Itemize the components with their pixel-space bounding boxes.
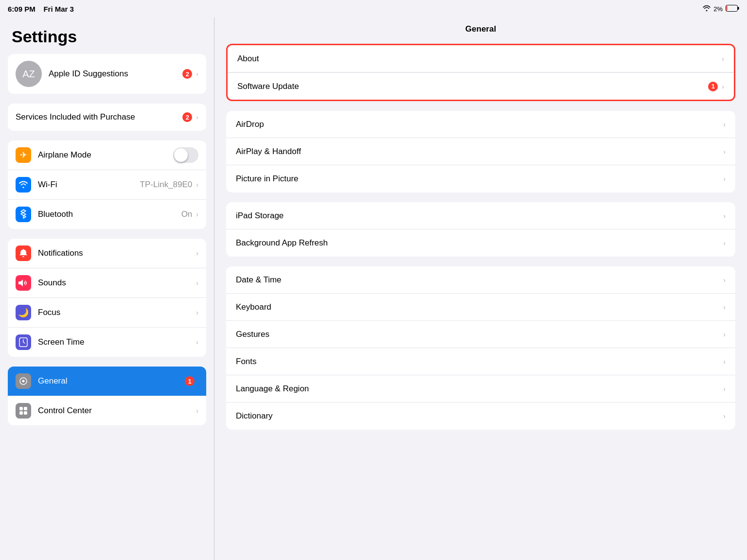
- content-row-keyboard[interactable]: Keyboard ›: [226, 294, 735, 321]
- software-update-chevron-icon: ›: [722, 83, 724, 90]
- sounds-chevron-icon: ›: [196, 279, 198, 287]
- sidebar-item-focus[interactable]: 🌙 Focus ›: [8, 298, 206, 328]
- airplay-handoff-label: AirPlay & Handoff: [236, 147, 723, 157]
- svg-rect-7: [24, 407, 27, 410]
- avatar: AZ: [16, 61, 42, 87]
- apple-id-chevron-icon: ›: [196, 70, 198, 78]
- status-bar-time-date: 6:09 PM Fri Mar 3: [8, 5, 74, 13]
- sounds-icon: [16, 275, 31, 291]
- bluetooth-label: Bluetooth: [38, 210, 181, 219]
- status-time: 6:09 PM: [8, 5, 36, 13]
- content-row-picture-in-picture[interactable]: Picture in Picture ›: [226, 165, 735, 192]
- control-center-label: Control Center: [38, 406, 196, 416]
- battery-percentage: 2%: [713, 5, 723, 13]
- notifications-chevron-icon: ›: [196, 249, 198, 257]
- language-region-label: Language & Region: [236, 384, 723, 394]
- sidebar-section-services: Services Included with Purchase 2 ›: [8, 104, 206, 131]
- content-row-dictionary[interactable]: Dictionary ›: [226, 402, 735, 430]
- main-layout: Settings AZ Apple ID Suggestions 2 › Ser…: [0, 18, 747, 560]
- content-section-about: About › Software Update 1 ›: [226, 44, 735, 101]
- battery-icon: [726, 5, 739, 13]
- wifi-value: TP-Link_89E0: [140, 180, 193, 190]
- svg-rect-2: [738, 7, 739, 10]
- services-label: Services Included with Purchase: [16, 112, 182, 122]
- picture-in-picture-label: Picture in Picture: [236, 174, 723, 184]
- sidebar-item-apple-id-suggestions[interactable]: AZ Apple ID Suggestions 2 ›: [8, 54, 206, 94]
- sidebar-section-connectivity: ✈ Airplane Mode Wi-Fi TP-Link_89E0 ›: [8, 140, 206, 229]
- status-date: Fri Mar 3: [43, 5, 74, 13]
- wifi-status-icon: [703, 5, 711, 13]
- airdrop-chevron-icon: ›: [723, 121, 726, 128]
- screen-time-chevron-icon: ›: [196, 338, 198, 346]
- software-update-badge: 1: [708, 82, 718, 91]
- background-app-refresh-label: Background App Refresh: [236, 238, 723, 248]
- content-header: General: [226, 18, 735, 44]
- content-row-language-region[interactable]: Language & Region ›: [226, 375, 735, 402]
- sidebar-item-wifi[interactable]: Wi-Fi TP-Link_89E0 ›: [8, 170, 206, 200]
- content-section-datetime: Date & Time › Keyboard › Gestures › Font…: [226, 266, 735, 430]
- ipad-storage-label: iPad Storage: [236, 211, 723, 221]
- screen-time-icon: [16, 334, 31, 350]
- sidebar-section-system: Notifications › Sounds › 🌙 Focus ›: [8, 239, 206, 357]
- sidebar-section-apple-id: AZ Apple ID Suggestions 2 ›: [8, 54, 206, 94]
- sounds-label: Sounds: [38, 278, 196, 288]
- keyboard-chevron-icon: ›: [723, 303, 726, 311]
- general-icon: [16, 373, 31, 389]
- content-row-software-update[interactable]: Software Update 1 ›: [228, 72, 734, 100]
- focus-label: Focus: [38, 308, 196, 317]
- wifi-icon: [16, 177, 31, 192]
- content-row-airdrop[interactable]: AirDrop ›: [226, 111, 735, 138]
- wifi-label: Wi-Fi: [38, 180, 140, 190]
- bluetooth-value: On: [181, 210, 193, 219]
- sidebar-item-screen-time[interactable]: Screen Time ›: [8, 328, 206, 357]
- focus-icon: 🌙: [16, 305, 31, 320]
- airplane-mode-toggle[interactable]: [173, 147, 198, 163]
- content-row-date-time[interactable]: Date & Time ›: [226, 266, 735, 294]
- services-badge: 2: [182, 112, 192, 122]
- fonts-chevron-icon: ›: [723, 358, 726, 366]
- gestures-label: Gestures: [236, 330, 723, 339]
- apple-id-badge: 2: [182, 69, 192, 79]
- wifi-chevron-icon: ›: [196, 181, 198, 189]
- airplay-chevron-icon: ›: [723, 148, 726, 156]
- sidebar-title: Settings: [8, 18, 206, 54]
- sidebar: Settings AZ Apple ID Suggestions 2 › Ser…: [0, 18, 214, 560]
- focus-chevron-icon: ›: [196, 309, 198, 316]
- general-label: General: [38, 376, 185, 386]
- sidebar-item-general[interactable]: General 1: [8, 367, 206, 396]
- date-time-label: Date & Time: [236, 275, 723, 285]
- sidebar-section-general: General 1 Control Center ›: [8, 367, 206, 425]
- content-row-ipad-storage[interactable]: iPad Storage ›: [226, 202, 735, 229]
- content-row-gestures[interactable]: Gestures ›: [226, 321, 735, 348]
- sidebar-item-sounds[interactable]: Sounds ›: [8, 268, 206, 298]
- sidebar-item-control-center[interactable]: Control Center ›: [8, 396, 206, 425]
- sidebar-item-airplane-mode[interactable]: ✈ Airplane Mode: [8, 140, 206, 170]
- software-update-label: Software Update: [237, 82, 708, 91]
- sidebar-item-notifications[interactable]: Notifications ›: [8, 239, 206, 268]
- content-row-about[interactable]: About ›: [228, 45, 734, 72]
- date-time-chevron-icon: ›: [723, 276, 726, 284]
- about-chevron-icon: ›: [722, 55, 724, 63]
- general-badge: 1: [185, 376, 195, 386]
- sidebar-item-services-included[interactable]: Services Included with Purchase 2 ›: [8, 104, 206, 131]
- services-chevron-icon: ›: [196, 113, 198, 121]
- content-section-storage: iPad Storage › Background App Refresh ›: [226, 202, 735, 257]
- control-center-icon: [16, 403, 31, 419]
- language-region-chevron-icon: ›: [723, 385, 726, 393]
- ipad-storage-chevron-icon: ›: [723, 212, 726, 220]
- notifications-label: Notifications: [38, 248, 196, 258]
- svg-point-5: [22, 380, 25, 383]
- content-row-background-app-refresh[interactable]: Background App Refresh ›: [226, 229, 735, 257]
- content-row-fonts[interactable]: Fonts ›: [226, 348, 735, 375]
- content-row-airplay-handoff[interactable]: AirPlay & Handoff ›: [226, 138, 735, 165]
- control-center-chevron-icon: ›: [196, 407, 198, 415]
- content-panel: General About › Software Update 1 › AirD…: [214, 18, 747, 560]
- bg-refresh-chevron-icon: ›: [723, 239, 726, 247]
- sidebar-item-bluetooth[interactable]: Bluetooth On ›: [8, 200, 206, 229]
- keyboard-label: Keyboard: [236, 302, 723, 312]
- svg-rect-9: [24, 411, 27, 415]
- toggle-knob: [174, 148, 188, 162]
- screen-time-label: Screen Time: [38, 337, 196, 347]
- status-bar-indicators: 2%: [703, 5, 739, 13]
- pip-chevron-icon: ›: [723, 175, 726, 183]
